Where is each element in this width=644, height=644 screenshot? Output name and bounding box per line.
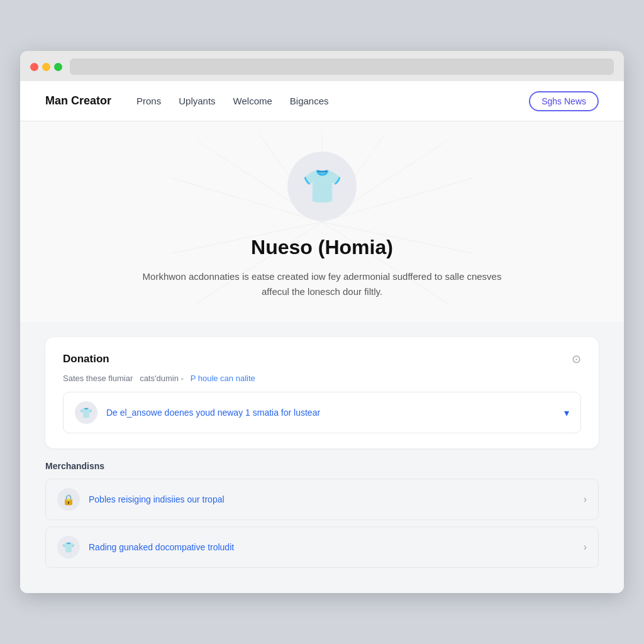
donation-settings-icon[interactable]: ⊙ [572,352,581,366]
svg-line-9 [196,222,322,304]
address-bar[interactable] [70,58,614,75]
donation-cats: cats'dumin - [140,374,184,383]
merchandisns-label: Merchandisns [45,461,599,471]
donation-card-header: Donation ⊙ [63,352,581,366]
merch-item-0-icon: 🔒 [57,488,80,511]
browser-chrome [20,51,624,81]
browser-content: Man Creator Prons Uplyants Welcome Bigan… [20,81,624,593]
nav-brand: Man Creator [45,94,111,108]
svg-line-6 [322,222,473,253]
merch-item-1-arrow: › [584,541,587,553]
donation-subtitle-prefix: Sates these flumiar [63,374,133,383]
main-content: Donation ⊙ Sates these flumiar cats'dumi… [20,322,624,593]
donation-subtitle-link[interactable]: P houle can nalite [191,374,255,383]
donation-item-icon: 👕 [75,401,97,424]
merch-item-1-icon: 👕 [57,536,80,558]
nav-link-welcome[interactable]: Welcome [233,96,272,106]
shirt-icon-merch: 👕 [62,541,75,553]
hero-avatar: 👕 [287,152,357,221]
donation-subtitle: Sates these flumiar cats'dumin - P houle… [63,374,581,383]
traffic-light-yellow[interactable] [42,63,50,71]
merch-item-1[interactable]: 👕 Rading gunaked docompative troludit › [45,526,599,568]
hero-section: 👕 Nueso (Homia) Morkhwon acdonnaties is … [20,121,624,322]
browser-window: Man Creator Prons Uplyants Welcome Bigan… [20,51,624,593]
merch-item-0-text: Pobles reisiging indisiies our tropal [89,494,575,504]
lock-icon: 🔒 [62,494,75,506]
nav-link-bigances[interactable]: Bigances [290,96,329,106]
nav-link-uplyants[interactable]: Uplyants [179,96,215,106]
shirt-icon: 👕 [302,167,343,206]
donation-list-item[interactable]: 👕 De el_ansowe doenes youd neway 1 smati… [63,392,581,433]
merch-item-0[interactable]: 🔒 Pobles reisiging indisiies our tropal … [45,479,599,520]
merch-item-0-arrow: › [584,494,587,505]
navbar: Man Creator Prons Uplyants Welcome Bigan… [20,81,624,121]
donation-title: Donation [63,353,109,365]
nav-link-prons[interactable]: Prons [136,96,161,106]
svg-line-8 [171,222,322,253]
traffic-light-green[interactable] [54,63,62,71]
merchandisns-section: Merchandisns 🔒 Pobles reisiging indisiie… [45,461,599,568]
svg-line-10 [322,222,448,304]
donation-card: Donation ⊙ Sates these flumiar cats'dumi… [45,337,599,448]
donation-item-arrow: ▾ [564,407,569,419]
shirt-icon-small: 👕 [80,407,92,419]
cta-button[interactable]: Sghs News [529,91,599,111]
traffic-light-red[interactable] [30,63,38,71]
traffic-lights [30,63,62,71]
nav-links: Prons Uplyants Welcome Bigances [136,96,509,106]
donation-item-text: De el_ansowe doenes youd neway 1 smatia … [106,408,555,418]
merch-item-1-text: Rading gunaked docompative troludit [89,542,575,552]
